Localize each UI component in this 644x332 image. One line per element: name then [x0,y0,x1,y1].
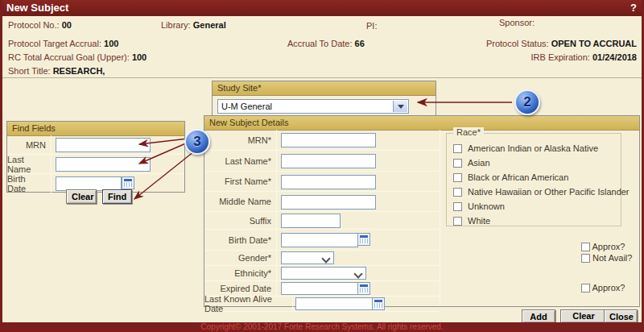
find-mrn-input[interactable] [56,138,151,152]
first-name-input[interactable] [281,175,376,189]
copyright-footer: Copyright© 2001-2017 Forte Research Syst… [0,322,644,332]
birth-date-row: Birth Date* [204,230,440,251]
short-title: Short Title: RESEARCH, [8,66,105,76]
gender-label: Gender* [204,251,277,265]
study-site-dropdown-button[interactable] [393,101,407,112]
first-name-label: First Name* [204,172,277,191]
birth-date-approx-label: Approx? [592,242,625,251]
birth-date-not-avail: Not Avail? [581,253,632,263]
suffix-row: Suffix [204,212,440,230]
rc-total-accrual-goal: RC Total Accrual Goal (Upper): 100 [8,52,147,62]
gender-select[interactable] [281,251,334,264]
study-site-header: Study Site* [213,81,436,96]
find-last-name-label: Last Name [7,155,52,173]
race-unknown-checkbox[interactable] [453,202,462,211]
last-known-alive-input[interactable] [295,297,373,310]
ethnicity-select[interactable] [281,267,366,280]
middle-name-label: Middle Name [204,192,277,211]
irb-expiration: IRB Expiration: 01/24/2018 [531,52,638,62]
find-mrn-label: MRN [7,135,52,154]
find-fields-panel: Find Fields MRN Last Name Birth Date [6,121,185,193]
find-last-name-input[interactable] [56,157,151,172]
race-american-indian-checkbox[interactable] [453,144,462,153]
race-option: Native Hawaiian or Other Pacific Islande… [453,186,621,197]
mrn-input[interactable] [281,133,376,147]
clear-button[interactable]: Clear [66,189,97,204]
race-option: Black or African American [453,172,621,183]
last-known-alive-row: Last Known Alive Date [204,297,440,312]
race-native-hawaiian-checkbox[interactable] [453,188,462,197]
expired-date-calendar-icon[interactable] [357,282,370,295]
gender-row: Gender* [204,251,440,266]
expired-date-approx-label: Approx? [592,283,625,293]
race-option: American Indian or Alaska Native [453,143,621,154]
chevron-down-icon [353,269,362,278]
race-fieldset: Race* American Indian or Alaska Native A… [446,133,621,226]
close-button[interactable]: Close [604,309,638,323]
add-button[interactable]: Add [522,309,555,323]
middle-name-row: Middle Name [204,192,440,212]
accrual-to-date: Accrual To Date: 66 [287,39,365,48]
new-subject-details-panel: New Subject Details MRN* Last Name* Firs… [204,115,640,307]
header-divider [2,77,642,78]
expired-date-approx-checkbox[interactable] [581,284,590,293]
protocol-target-accrual: Protocol Target Accrual: 100 [8,39,118,48]
ethnicity-row: Ethnicity* [204,266,440,281]
find-birth-date-label: Birth Date [7,174,52,193]
new-subject-window: New Subject ? Protocol No.: 00 Library: … [0,0,644,332]
find-birth-date-calendar-icon[interactable] [122,176,134,189]
title-bar: New Subject ? [0,0,644,16]
sponsor: Sponsor: [499,18,535,27]
birth-date-approx-checkbox[interactable] [581,243,590,251]
birth-date-not-avail-label: Not Avail? [592,253,632,263]
birth-date-calendar-icon[interactable] [357,233,370,246]
last-known-alive-calendar-icon[interactable] [372,297,385,310]
first-name-row: First Name* [204,172,440,192]
pi: PI: [366,21,377,31]
find-mrn-row: MRN [7,135,184,155]
suffix-input[interactable] [281,214,341,228]
birth-date-label: Birth Date* [204,230,277,250]
birth-date-input[interactable] [281,233,358,247]
library: Library: General [161,20,226,30]
last-name-row: Last Name* [204,151,440,172]
expired-date-approx: Approx? [581,283,625,293]
details-column-divider [440,130,440,306]
race-option: Asian [453,157,621,168]
study-site-panel: Study Site* U-M General [212,81,436,118]
new-subject-details-header: New Subject Details [204,116,639,131]
race-option: White [453,215,621,226]
window-border-left [0,0,2,332]
race-black-checkbox[interactable] [453,173,462,182]
last-name-label: Last Name* [204,151,277,171]
mrn-row: MRN* [204,130,440,151]
race-option: Unknown [453,201,621,212]
protocol-no: Protocol No.: 00 [8,20,72,30]
help-icon[interactable]: ? [630,2,637,14]
callout-badge-3: 3 [184,129,210,155]
ethnicity-label: Ethnicity* [204,266,277,280]
race-asian-checkbox[interactable] [453,159,462,168]
find-fields-header: Find Fields [7,122,184,136]
suffix-label: Suffix [204,212,277,229]
expired-date-input[interactable] [281,282,358,295]
find-last-name-row: Last Name [7,155,184,174]
mrn-label: MRN* [204,130,277,150]
page-title: New Subject [6,2,68,14]
find-button[interactable]: Find [102,189,132,204]
race-legend: Race* [453,127,484,137]
chevron-down-icon [398,105,404,112]
last-name-input[interactable] [281,154,376,168]
study-site-select[interactable]: U-M General [217,99,409,114]
middle-name-input[interactable] [281,195,376,210]
last-known-alive-label: Last Known Alive Date [204,297,293,311]
birth-date-approx: Approx? [581,242,625,251]
race-white-checkbox[interactable] [453,217,462,226]
protocol-status: Protocol Status: OPEN TO ACCRUAL [486,39,637,48]
callout-badge-2: 2 [514,89,540,115]
clear-all-button[interactable]: Clear All [560,309,607,323]
study-site-selected-value: U-M General [221,102,272,111]
chevron-down-icon [321,254,330,263]
birth-date-not-avail-checkbox[interactable] [581,254,590,263]
